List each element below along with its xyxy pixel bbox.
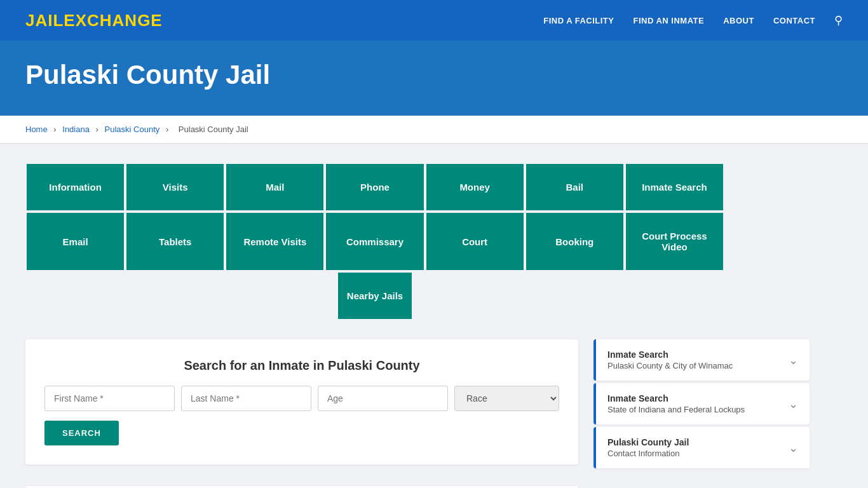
button-grid: Information Visits Mail Phone Money Bail… <box>25 163 724 320</box>
sidebar-card-contact[interactable]: Pulaski County Jail Contact Information … <box>593 427 810 468</box>
btn-email[interactable]: Email <box>25 212 125 271</box>
btn-inmate-search[interactable]: Inmate Search <box>625 163 724 212</box>
breadcrumb-sep-3: › <box>166 125 168 134</box>
sidebar-card-indiana[interactable]: Inmate Search State of Indiana and Feder… <box>593 383 810 424</box>
search-button[interactable]: SEARCH <box>44 421 119 445</box>
breadcrumb-home[interactable]: Home <box>25 125 48 134</box>
btn-visits[interactable]: Visits <box>125 163 225 212</box>
btn-court-process-video[interactable]: Court Process Video <box>625 212 724 271</box>
logo-jail: JAIL <box>25 11 64 30</box>
sidebar-card-pulaski-title: Inmate Search <box>607 349 733 360</box>
btn-commissary[interactable]: Commissary <box>325 212 424 271</box>
search-title: Search for an Inmate in Pulaski County <box>44 358 559 373</box>
btn-booking[interactable]: Booking <box>525 212 625 271</box>
sidebar-card-pulaski[interactable]: Inmate Search Pulaski County & City of W… <box>593 339 810 381</box>
sidebar-card-contact-text: Pulaski County Jail Contact Information <box>607 437 689 458</box>
age-input[interactable] <box>318 386 448 411</box>
sidebar-card-contact-subtitle: Contact Information <box>607 449 689 458</box>
btn-bail[interactable]: Bail <box>525 163 625 212</box>
logo-exchange: EXCHANGE <box>64 11 162 30</box>
breadcrumb-current: Pulaski County Jail <box>179 125 248 134</box>
first-name-input[interactable] <box>44 386 175 411</box>
form-name-row: Race White Black Hispanic Asian Other <box>44 386 559 411</box>
btn-remote-visits[interactable]: Remote Visits <box>225 212 325 271</box>
breadcrumb: Home › Indiana › Pulaski County › Pulask… <box>0 116 868 144</box>
btn-court[interactable]: Court <box>425 212 525 271</box>
header: JAILEXCHANGE FIND A FACILITY FIND AN INM… <box>0 0 868 41</box>
breadcrumb-sep-2: › <box>96 125 98 134</box>
grid-row-1: Information Visits Mail Phone Money Bail… <box>25 163 724 212</box>
sidebar-card-contact-title: Pulaski County Jail <box>607 437 689 447</box>
btn-mail[interactable]: Mail <box>225 163 325 212</box>
nav-find-inmate[interactable]: FIND AN INMATE <box>633 16 704 25</box>
nav-contact[interactable]: CONTACT <box>773 16 815 25</box>
btn-information[interactable]: Information <box>25 163 125 212</box>
sidebar-card-pulaski-text: Inmate Search Pulaski County & City of W… <box>607 349 733 370</box>
search-form: Search for an Inmate in Pulaski County R… <box>25 339 578 464</box>
lower-section: Search for an Inmate in Pulaski County R… <box>25 339 843 471</box>
sidebar-card-pulaski-subtitle: Pulaski County & City of Winamac <box>607 361 733 370</box>
nav-find-facility[interactable]: FIND A FACILITY <box>543 16 614 25</box>
last-name-input[interactable] <box>181 386 311 411</box>
sidebar-card-indiana-subtitle: State of Indiana and Federal Lockups <box>607 405 745 414</box>
main-content: Information Visits Mail Phone Money Bail… <box>0 144 868 488</box>
breadcrumb-pulaski-county[interactable]: Pulaski County <box>105 125 160 134</box>
sidebar: Inmate Search Pulaski County & City of W… <box>593 339 810 471</box>
grid-row-3: Nearby Jails <box>25 271 724 320</box>
breadcrumb-indiana[interactable]: Indiana <box>62 125 90 134</box>
logo[interactable]: JAILEXCHANGE <box>25 11 163 30</box>
grid-row-2: Email Tablets Remote Visits Commissary C… <box>25 212 724 271</box>
chevron-down-icon: ⌄ <box>789 353 798 367</box>
race-select[interactable]: Race White Black Hispanic Asian Other <box>454 386 559 411</box>
btn-money[interactable]: Money <box>425 163 525 212</box>
chevron-down-icon-2: ⌄ <box>789 397 798 411</box>
btn-tablets[interactable]: Tablets <box>125 212 225 271</box>
hero-section: Pulaski County Jail <box>0 41 868 116</box>
btn-phone[interactable]: Phone <box>325 163 424 212</box>
breadcrumb-sep-1: › <box>53 125 56 134</box>
sidebar-card-indiana-title: Inmate Search <box>607 393 745 403</box>
page-title: Pulaski County Jail <box>25 60 843 90</box>
btn-nearby-jails[interactable]: Nearby Jails <box>337 271 413 320</box>
main-nav: FIND A FACILITY FIND AN INMATE ABOUT CON… <box>543 13 843 27</box>
chevron-down-icon-3: ⌄ <box>789 441 798 455</box>
search-icon[interactable]: ⚲ <box>834 13 843 27</box>
sidebar-card-indiana-text: Inmate Search State of Indiana and Feder… <box>607 393 745 414</box>
nav-about[interactable]: ABOUT <box>723 16 754 25</box>
